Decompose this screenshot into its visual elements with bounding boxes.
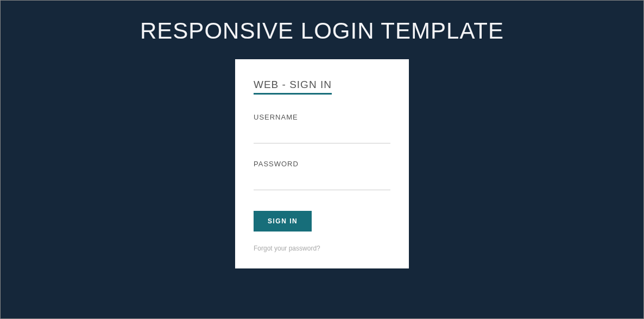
- card-title: WEB - SIGN IN: [254, 79, 332, 95]
- username-input[interactable]: [254, 127, 390, 143]
- username-field: USERNAME: [254, 113, 390, 143]
- username-label: USERNAME: [254, 113, 390, 121]
- page-container: RESPONSIVE LOGIN TEMPLATE WEB - SIGN IN …: [1, 1, 643, 318]
- password-label: PASSWORD: [254, 160, 390, 168]
- actions: SIGN IN Forgot your password?: [254, 211, 390, 252]
- page-title: RESPONSIVE LOGIN TEMPLATE: [140, 18, 504, 44]
- forgot-password-link[interactable]: Forgot your password?: [254, 245, 390, 252]
- password-input[interactable]: [254, 173, 390, 190]
- login-card: WEB - SIGN IN USERNAME PASSWORD SIGN IN …: [235, 59, 409, 268]
- signin-button[interactable]: SIGN IN: [254, 211, 312, 232]
- password-field: PASSWORD: [254, 160, 390, 190]
